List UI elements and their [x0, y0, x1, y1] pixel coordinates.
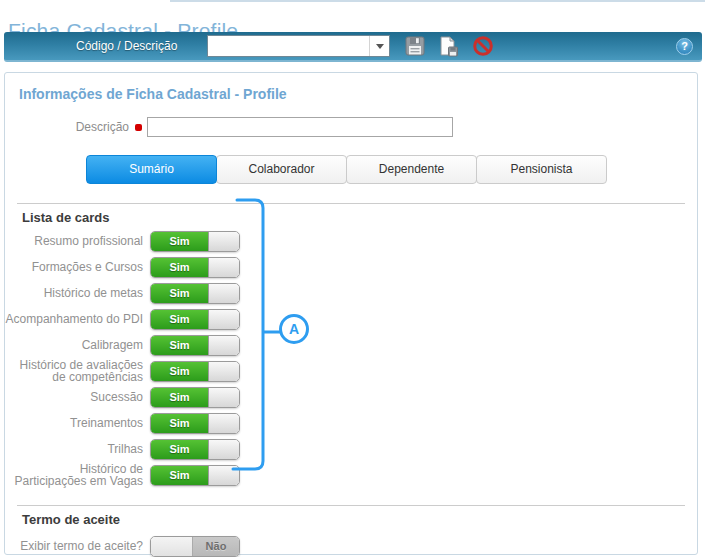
main-panel: Informações de Ficha Cadastral - Profile… [4, 72, 698, 555]
card-label: Histórico de avaliações de competências [5, 359, 143, 383]
toggle-on-label: Sim [151, 284, 208, 303]
cancel-button[interactable] [472, 35, 494, 57]
toggle-knob [208, 232, 239, 251]
tab-colaborador[interactable]: Colaborador [216, 155, 347, 184]
toggle-knob [208, 310, 239, 329]
toggle-on-label: Sim [151, 258, 208, 277]
card-row-formacoes-cursos: Formações e Cursos Sim [5, 254, 697, 280]
chevron-down-icon [376, 44, 384, 49]
toggle-knob [208, 258, 239, 277]
combobox-dropdown-button[interactable] [369, 36, 389, 56]
toggle-historico-metas[interactable]: Sim [150, 283, 240, 304]
toggle-on-label: Sim [151, 414, 208, 433]
toggle-trilhas[interactable]: Sim [150, 439, 240, 460]
toolbar: Código / Descrição ? [4, 32, 702, 62]
card-row-resumo-profissional: Resumo profissional Sim [5, 228, 697, 254]
help-button[interactable]: ? [676, 38, 693, 55]
toggle-calibragem[interactable]: Sim [150, 335, 240, 356]
save-as-document-icon [437, 36, 459, 57]
toggle-formacoes-cursos[interactable]: Sim [150, 257, 240, 278]
card-row-sucessao: Sucessão Sim [5, 384, 697, 410]
card-label: Acompanhamento do PDI [5, 313, 143, 325]
card-row-calibragem: Calibragem Sim [5, 332, 697, 358]
terms-section-heading: Termo de aceite [22, 512, 697, 527]
toggle-on-label: Sim [151, 232, 208, 251]
toggle-on-label: Sim [151, 440, 208, 459]
section-divider [17, 203, 685, 204]
card-row-historico-participacoes: Histórico de Participações em Vagas Sim [5, 462, 697, 488]
card-label: Resumo profissional [5, 235, 143, 247]
card-label: Treinamentos [5, 417, 143, 429]
toggle-knob [208, 388, 239, 407]
tab-pensionista[interactable]: Pensionista [476, 155, 607, 184]
card-row-treinamentos: Treinamentos Sim [5, 410, 697, 436]
tab-sumario[interactable]: Sumário [86, 155, 217, 184]
description-label: Descrição [5, 120, 129, 134]
card-label: Sucessão [5, 391, 143, 403]
toggle-knob [151, 537, 193, 556]
tab-bar: Sumário Colaborador Dependente Pensionis… [86, 155, 697, 184]
annotation-circle-a: A [279, 314, 309, 344]
combobox-value-input[interactable] [208, 36, 369, 56]
toggle-knob [208, 362, 239, 381]
question-mark-icon: ? [681, 40, 688, 52]
toggle-historico-avaliacoes[interactable]: Sim [150, 361, 240, 382]
save-button[interactable] [405, 36, 425, 56]
form-heading: Informações de Ficha Cadastral - Profile [19, 86, 697, 102]
codigo-descricao-label: Código / Descrição [76, 39, 177, 53]
card-label: Histórico de metas [5, 287, 143, 299]
toggle-knob [208, 440, 239, 459]
window-top-border [170, 0, 705, 2]
cards-toggle-list: Resumo profissional Sim Formações e Curs… [5, 228, 697, 488]
toggle-exibir-termo-aceite[interactable]: Não [150, 536, 240, 557]
description-input[interactable] [147, 117, 453, 137]
card-label: Trilhas [5, 443, 143, 455]
toggle-resumo-profissional[interactable]: Sim [150, 231, 240, 252]
toggle-on-label: Sim [151, 388, 208, 407]
toggle-on-label: Sim [151, 362, 208, 381]
card-row-historico-metas: Histórico de metas Sim [5, 280, 697, 306]
cards-section-heading: Lista de cards [22, 210, 697, 225]
toggle-knob [208, 336, 239, 355]
toggle-on-label: Sim [151, 466, 208, 485]
cancel-block-icon [472, 35, 494, 57]
toggle-off-label: Não [193, 537, 239, 556]
save-as-button[interactable] [437, 36, 459, 57]
annotation-letter: A [289, 321, 299, 337]
card-row-trilhas: Trilhas Sim [5, 436, 697, 462]
terms-toggle-row: Exibir termo de aceite? Não [5, 533, 697, 557]
card-label: Histórico de Participações em Vagas [5, 463, 143, 487]
card-label: Calibragem [5, 339, 143, 351]
card-label: Formações e Cursos [5, 261, 143, 273]
toggle-on-label: Sim [151, 336, 208, 355]
toggle-knob [208, 284, 239, 303]
description-field-row: Descrição [5, 117, 697, 137]
required-marker-icon [135, 124, 142, 131]
toggle-acompanhamento-pdi[interactable]: Sim [150, 309, 240, 330]
tab-dependente[interactable]: Dependente [346, 155, 477, 184]
card-row-historico-avaliacoes: Histórico de avaliações de competências … [5, 358, 697, 384]
card-row-acompanhamento-pdi: Acompanhamento do PDI Sim [5, 306, 697, 332]
toggle-treinamentos[interactable]: Sim [150, 413, 240, 434]
save-floppy-icon [405, 36, 425, 56]
terms-label: Exibir termo de aceite? [5, 540, 143, 552]
codigo-descricao-combobox[interactable] [207, 35, 390, 57]
toggle-historico-participacoes[interactable]: Sim [150, 465, 240, 486]
toggle-on-label: Sim [151, 310, 208, 329]
section-divider [17, 505, 685, 506]
toggle-knob [208, 414, 239, 433]
toggle-sucessao[interactable]: Sim [150, 387, 240, 408]
toggle-knob [208, 466, 239, 485]
